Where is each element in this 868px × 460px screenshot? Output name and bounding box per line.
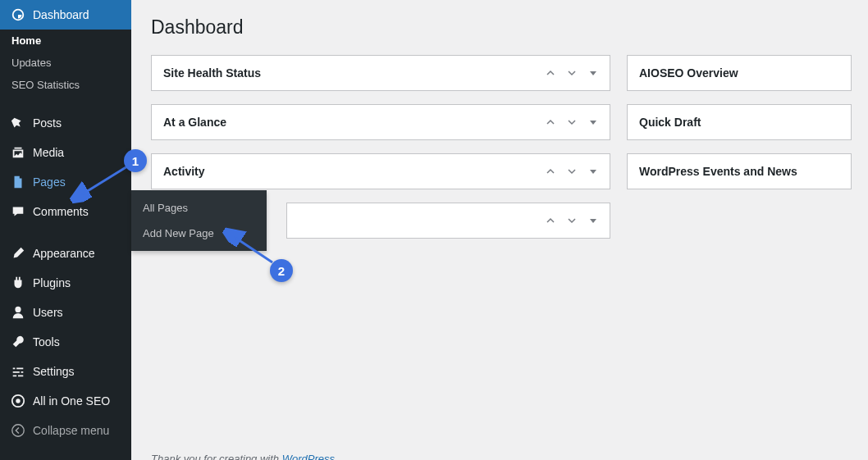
sidebar-item-label: Posts [33,116,62,130]
panel-title: Quick Draft [639,116,701,129]
page-icon [10,174,26,190]
panel-title: Site Health Status [163,66,261,80]
sidebar-item-label: Plugins [33,276,71,289]
sidebar-sub-seo-statistics[interactable]: SEO Statistics [0,74,131,96]
sidebar-item-dashboard[interactable]: Dashboard [0,0,131,30]
sidebar-item-posts[interactable]: Posts [0,108,131,138]
toggle-icon[interactable] [588,68,598,78]
sidebar-item-pages[interactable]: Pages [0,167,131,197]
sidebar-sub-updates[interactable]: Updates [0,52,131,74]
plug-icon [10,275,26,291]
sidebar-item-label: Dashboard [33,8,89,21]
sidebar-item-label: Media [33,146,64,159]
panel-site-health[interactable]: Site Health Status [151,55,610,91]
sidebar-item-label: Tools [33,335,60,348]
move-down-icon[interactable] [567,166,577,176]
svg-point-2 [12,425,24,436]
panel-title: WordPress Events and News [639,165,797,178]
aioseo-icon [10,393,26,409]
sidebar-item-label: All in One SEO [33,394,110,408]
panel-title: AIOSEO Overview [639,66,738,80]
sidebar-item-tools[interactable]: Tools [0,327,131,357]
annotation-badge-2: 2 [270,259,293,282]
separator [0,100,131,104]
panel-activity[interactable]: Activity [151,153,610,189]
sidebar-item-plugins[interactable]: Plugins [0,268,131,298]
panel-blank[interactable] [286,203,610,239]
sidebar-sub-home[interactable]: Home [0,30,131,52]
svg-point-1 [16,399,20,403]
dashboard-columns: Site Health Status At a Glance Activity [151,55,852,252]
sidebar-item-label: Collapse menu [33,424,109,437]
move-up-icon[interactable] [546,216,555,225]
page-title: Dashboard [151,16,852,39]
sidebar-item-appearance[interactable]: Appearance [0,239,131,268]
separator [0,230,131,235]
dashboard-icon [10,7,26,23]
footer-prefix: Thank you for creating with [151,453,282,460]
toggle-icon[interactable] [588,166,598,176]
footer-wordpress-link[interactable]: WordPress [282,453,335,460]
toggle-icon[interactable] [588,117,598,127]
panel-controls [546,166,598,176]
comment-icon [10,203,26,220]
left-column: Site Health Status At a Glance Activity [151,55,610,252]
move-up-icon[interactable] [546,68,555,78]
sidebar-item-label: Settings [33,365,75,378]
sidebar-item-comments[interactable]: Comments [0,197,131,226]
toggle-icon[interactable] [588,216,598,225]
right-column: AIOSEO Overview Quick Draft WordPress Ev… [627,55,852,252]
sidebar-item-media[interactable]: Media [0,138,131,167]
sidebar-item-label: Pages [33,175,66,189]
wrench-icon [10,334,26,350]
panel-wp-events[interactable]: WordPress Events and News [627,153,852,189]
panel-aioseo-overview[interactable]: AIOSEO Overview [627,55,852,91]
pin-icon [10,115,26,131]
move-up-icon[interactable] [546,117,555,127]
panel-controls [546,117,598,127]
sidebar-item-settings[interactable]: Settings [0,357,131,386]
panel-quick-draft[interactable]: Quick Draft [627,104,852,140]
sidebar-item-aioseo[interactable]: All in One SEO [0,386,131,416]
panel-controls [546,216,598,225]
move-up-icon[interactable] [546,166,555,176]
brush-icon [10,245,26,262]
panel-at-a-glance[interactable]: At a Glance [151,104,610,140]
move-down-icon[interactable] [567,68,577,78]
move-down-icon[interactable] [567,117,577,127]
annotation-badge-1: 1 [124,149,147,172]
main-content: Dashboard Site Health Status At a Glance [131,0,868,268]
user-icon [10,304,26,321]
panel-title: At a Glance [163,116,226,129]
panel-title: Activity [163,165,205,178]
sidebar-item-label: Comments [33,205,89,218]
footer-credit: Thank you for creating with WordPress [151,453,335,460]
admin-sidebar: Dashboard Home Updates SEO Statistics Po… [0,0,131,460]
sidebar-item-users[interactable]: Users [0,298,131,327]
sidebar-item-label: Users [33,306,63,319]
media-icon [10,144,26,161]
collapse-icon [10,422,26,439]
sliders-icon [10,363,26,380]
move-down-icon[interactable] [567,216,577,225]
sidebar-item-collapse[interactable]: Collapse menu [0,416,131,445]
panel-controls [546,68,598,78]
sidebar-item-label: Appearance [33,247,95,260]
